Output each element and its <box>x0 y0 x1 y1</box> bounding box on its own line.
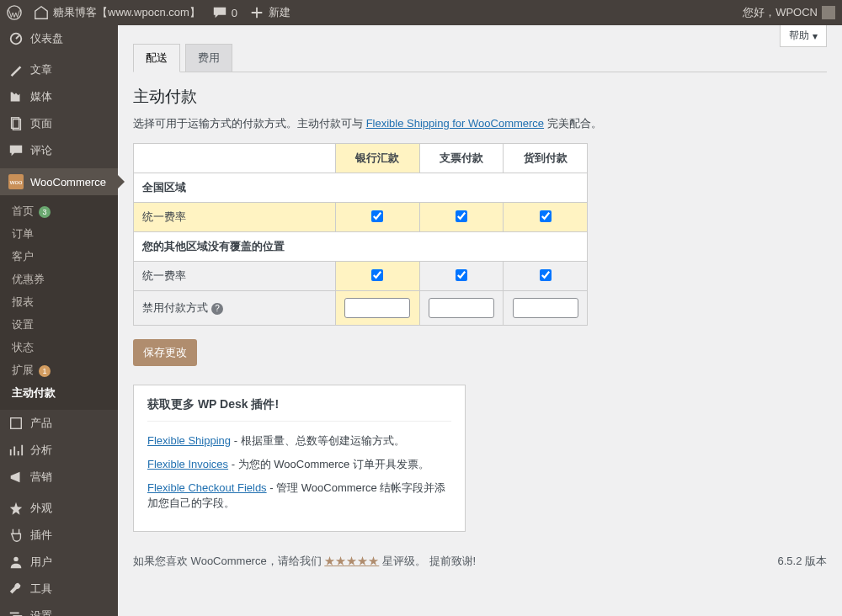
promo-box: 获取更多 WP Desk 插件! Flexible Shipping - 根据重… <box>133 385 466 532</box>
row-flatrate1: 统一费率 <box>134 203 336 232</box>
cb-flat1-cheque[interactable] <box>456 210 467 222</box>
svg-rect-6 <box>10 613 19 614</box>
version: 6.5.2 版本 <box>777 554 827 569</box>
svg-point-5 <box>13 557 18 561</box>
section-national: 全国区域 <box>134 173 588 203</box>
submenu-settings[interactable]: 设置 <box>0 314 118 337</box>
footer: 如果您喜欢 WooCommerce，请给我们 ★★★★★ 星评级。 提前致谢! … <box>133 554 827 579</box>
site-link[interactable]: 糖果博客【www.wpocn.com】 <box>34 5 200 20</box>
input-disable-bank[interactable] <box>344 298 410 318</box>
cb-flat2-bank[interactable] <box>371 269 383 281</box>
submenu-home[interactable]: 首页3 <box>0 200 118 223</box>
promo-heading: 获取更多 WP Desk 插件! <box>147 397 451 422</box>
menu-plugins[interactable]: 插件 <box>0 522 118 549</box>
page-desc: 选择可用于运输方式的付款方式。主动付款可与 Flexible Shipping … <box>133 116 827 131</box>
menu-wpsettings[interactable]: 设置 <box>0 603 118 616</box>
tab-fees[interactable]: 费用 <box>185 44 232 72</box>
submenu-woocommerce: 首页3 订单 客户 优惠券 报表 设置 状态 扩展1 主动付款 <box>0 195 118 410</box>
site-title: 糖果博客【www.wpocn.com】 <box>53 5 200 20</box>
menu-users[interactable]: 用户 <box>0 549 118 576</box>
cb-flat2-cheque[interactable] <box>456 269 467 281</box>
submenu-active-payment[interactable]: 主动付款 <box>0 382 118 405</box>
wp-logo[interactable] <box>7 5 22 20</box>
menu-media[interactable]: 媒体 <box>0 83 118 110</box>
new-content[interactable]: 新建 <box>249 5 290 20</box>
avatar <box>822 6 835 19</box>
menu-products[interactable]: 产品 <box>0 410 118 437</box>
submenu-orders[interactable]: 订单 <box>0 223 118 246</box>
submenu-extensions[interactable]: 扩展1 <box>0 359 118 382</box>
submenu-status[interactable]: 状态 <box>0 337 118 359</box>
submenu-coupons[interactable]: 优惠券 <box>0 268 118 291</box>
menu-comments[interactable]: 评论 <box>0 137 118 164</box>
menu-posts[interactable]: 文章 <box>0 56 118 83</box>
promo-link-3[interactable]: Flexible Checkout Fields <box>147 481 267 494</box>
tab-shipping[interactable]: 配送 <box>133 44 180 72</box>
menu-marketing[interactable]: 营销 <box>0 464 118 491</box>
flexible-shipping-link[interactable]: Flexible Shipping for WooCommerce <box>366 117 544 130</box>
promo-link-1[interactable]: Flexible Shipping <box>147 434 231 447</box>
menu-appearance[interactable]: 外观 <box>0 495 118 522</box>
save-button[interactable]: 保存更改 <box>133 339 197 366</box>
cb-flat2-cod[interactable] <box>540 269 552 281</box>
menu-tools[interactable]: 工具 <box>0 576 118 603</box>
payment-table: 银行汇款 支票付款 货到付款 全国区域 统一费率 您的其他区域没有覆盖的位置 统… <box>133 143 588 326</box>
col-bank: 银行汇款 <box>336 144 420 173</box>
page-heading: 主动付款 <box>133 86 827 108</box>
row-flatrate2: 统一费率 <box>134 262 336 291</box>
help-tab[interactable]: 帮助▾ <box>780 25 827 47</box>
section-other: 您的其他区域没有覆盖的位置 <box>134 232 588 262</box>
cb-flat1-bank[interactable] <box>371 210 383 222</box>
submenu-reports[interactable]: 报表 <box>0 291 118 314</box>
menu-dashboard[interactable]: 仪表盘 <box>0 25 118 52</box>
menu-woocommerce[interactable]: wooWooCommerce <box>0 168 118 195</box>
row-disable: 禁用付款方式? <box>134 291 336 326</box>
menu-pages[interactable]: 页面 <box>0 110 118 137</box>
submenu-customers[interactable]: 客户 <box>0 246 118 268</box>
greeting[interactable]: 您好，WPOCN <box>743 5 835 20</box>
woo-icon: woo <box>8 174 24 189</box>
rating-link[interactable]: ★★★★★ <box>324 555 379 567</box>
col-cod: 货到付款 <box>504 144 588 173</box>
admin-sidebar: 仪表盘 文章 媒体 页面 评论 wooWooCommerce 首页3 订单 客户… <box>0 25 118 616</box>
comments-count: 0 <box>232 7 237 19</box>
cb-flat1-cod[interactable] <box>540 210 552 222</box>
chevron-down-icon: ▾ <box>813 30 818 42</box>
col-cheque: 支票付款 <box>419 144 504 173</box>
input-disable-cheque[interactable] <box>429 298 494 318</box>
svg-rect-4 <box>11 418 22 429</box>
input-disable-cod[interactable] <box>513 298 578 318</box>
nav-tabs: 配送 费用 <box>133 44 827 72</box>
menu-analytics[interactable]: 分析 <box>0 437 118 464</box>
help-icon[interactable]: ? <box>211 303 223 315</box>
comments-link[interactable]: 0 <box>212 5 237 20</box>
promo-link-2[interactable]: Flexible Invoices <box>147 458 228 470</box>
